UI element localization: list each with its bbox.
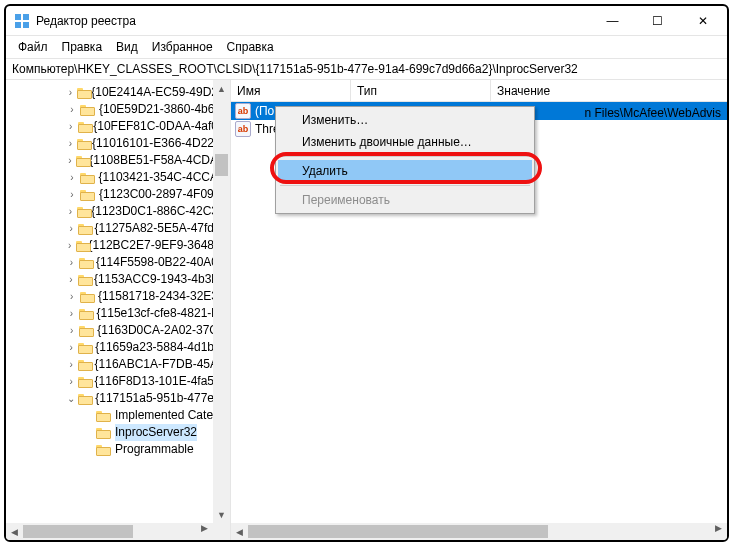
minimize-button[interactable]: — — [590, 6, 635, 35]
scroll-right-icon[interactable]: ▶ — [196, 523, 213, 533]
tree-node[interactable]: ›{11659a23-5884-4d1b-… — [10, 339, 230, 356]
chevron-right-icon[interactable]: › — [66, 220, 76, 237]
tree-node[interactable]: ›{116ABC1A-F7DB-45A… — [10, 356, 230, 373]
tree-node[interactable]: InprocServer32 — [10, 424, 230, 441]
tree-node[interactable]: ›{1163D0CA-2A02-37C… — [10, 322, 230, 339]
folder-icon — [78, 341, 92, 355]
tree-label: Programmable — [115, 441, 194, 458]
tree-node[interactable]: Programmable — [10, 441, 230, 458]
tree-node[interactable]: ›{10FEF81C-0DAA-4af0… — [10, 118, 230, 135]
string-value-icon: ab — [235, 121, 251, 137]
tree-scrollbar-horizontal[interactable]: ◀ ▶ — [6, 523, 213, 540]
menu-file[interactable]: Файл — [12, 38, 54, 56]
chevron-right-icon[interactable]: › — [66, 101, 78, 118]
chevron-right-icon[interactable]: › — [66, 84, 75, 101]
tree-label: InprocServer32 — [115, 424, 197, 441]
tree-node[interactable]: ›{115e13cf-cfe8-4821-b… — [10, 305, 230, 322]
folder-icon — [96, 443, 112, 457]
maximize-button[interactable]: ☐ — [635, 6, 680, 35]
tree-node[interactable]: ›{11581718-2434-32E3… — [10, 288, 230, 305]
folder-icon — [78, 358, 91, 372]
scroll-thumb[interactable] — [215, 154, 228, 176]
tree-label: {10FEF81C-0DAA-4af0… — [93, 118, 230, 135]
menu-help[interactable]: Справка — [221, 38, 280, 56]
tree-node[interactable]: ›{1153ACC9-1943-4b3b… — [10, 271, 230, 288]
chevron-right-icon[interactable]: › — [66, 186, 78, 203]
chevron-right-icon[interactable]: › — [66, 237, 74, 254]
chevron-right-icon[interactable]: › — [66, 152, 74, 169]
tree-node[interactable]: ›{114F5598-0B22-40A0… — [10, 254, 230, 271]
close-button[interactable]: ✕ — [680, 6, 725, 35]
ctx-edit-binary[interactable]: Изменить двоичные данные… — [278, 131, 532, 153]
tree-node[interactable]: ⌄{117151a5-951b-477e-… — [10, 390, 230, 407]
scroll-left-icon[interactable]: ◀ — [6, 523, 23, 540]
folder-icon — [96, 426, 112, 440]
chevron-right-icon[interactable]: › — [66, 339, 76, 356]
tree-scrollbar-vertical[interactable]: ▲ ▼ — [213, 80, 230, 540]
tree-label: {1123C00-2897-4F09-… — [99, 186, 230, 203]
tree-label: {116F8D13-101E-4fa5-… — [95, 373, 230, 390]
scroll-left-icon[interactable]: ◀ — [231, 523, 248, 540]
tree-label: {1153ACC9-1943-4b3b… — [94, 271, 230, 288]
list-header: Имя Тип Значение — [231, 80, 727, 102]
folder-icon — [78, 222, 91, 236]
scroll-thumb-h[interactable] — [23, 525, 133, 538]
tree-label: {115e13cf-cfe8-4821-b… — [97, 305, 230, 322]
chevron-right-icon[interactable]: › — [66, 135, 75, 152]
folder-icon — [77, 137, 89, 151]
chevron-right-icon[interactable]: › — [66, 271, 76, 288]
tree-label: {1103421-354C-4CCA… — [99, 169, 230, 186]
string-value-icon: ab — [235, 103, 251, 119]
chevron-right-icon[interactable]: › — [66, 203, 75, 220]
tree-panel: ›{10E2414A-EC59-49D2…›{10E59D21-3860-4b6… — [6, 80, 231, 540]
list-scrollbar-horizontal[interactable]: ◀ ▶ — [231, 523, 727, 540]
ctx-rename: Переименовать — [278, 189, 532, 211]
folder-icon — [79, 307, 94, 321]
tree-label: Implemented Cate… — [115, 407, 225, 424]
chevron-right-icon[interactable]: › — [66, 169, 78, 186]
menu-bar: Файл Правка Вид Избранное Справка — [6, 36, 727, 58]
tree-node[interactable]: ›{1108BE51-F58A-4CDA… — [10, 152, 230, 169]
svg-rect-3 — [23, 22, 29, 28]
tree-label: {117151a5-951b-477e-… — [95, 390, 230, 407]
tree-node[interactable]: ›{1123C00-2897-4F09-… — [10, 186, 230, 203]
tree-node[interactable]: ›{112BC2E7-9EF9-3648-… — [10, 237, 230, 254]
ctx-edit[interactable]: Изменить… — [278, 109, 532, 131]
folder-icon — [78, 120, 91, 134]
tree-node[interactable]: ›{11275A82-5E5A-47fd-… — [10, 220, 230, 237]
ctx-separator — [280, 185, 530, 186]
folder-icon — [80, 103, 96, 117]
tree-node[interactable]: ›{116F8D13-101E-4fa5-… — [10, 373, 230, 390]
scroll-up-icon[interactable]: ▲ — [213, 80, 230, 97]
folder-icon — [79, 256, 93, 270]
tree-label: {116ABC1A-F7DB-45A… — [95, 356, 230, 373]
scroll-thumb-h[interactable] — [248, 525, 548, 538]
chevron-right-icon[interactable]: › — [66, 118, 76, 135]
chevron-right-icon[interactable]: › — [66, 322, 77, 339]
chevron-right-icon[interactable]: › — [66, 356, 76, 373]
chevron-right-icon[interactable]: › — [66, 373, 76, 390]
tree-node[interactable]: ›{1103421-354C-4CCA… — [10, 169, 230, 186]
menu-view[interactable]: Вид — [110, 38, 144, 56]
column-value[interactable]: Значение — [491, 80, 727, 101]
scroll-down-icon[interactable]: ▼ — [213, 506, 230, 523]
menu-edit[interactable]: Правка — [56, 38, 109, 56]
column-name[interactable]: Имя — [231, 80, 351, 101]
tree-node[interactable]: Implemented Cate… — [10, 407, 230, 424]
address-bar[interactable]: Компьютер\HKEY_CLASSES_ROOT\CLSID\{11715… — [6, 58, 727, 80]
chevron-right-icon[interactable]: › — [66, 254, 77, 271]
menu-favorites[interactable]: Избранное — [146, 38, 219, 56]
scroll-right-icon[interactable]: ▶ — [710, 523, 727, 533]
tree-node[interactable]: ›{10E2414A-EC59-49D2… — [10, 84, 230, 101]
svg-rect-1 — [23, 14, 29, 20]
value-data-trail: n Files\McAfee\WebAdvis — [585, 106, 722, 120]
chevron-right-icon[interactable]: › — [66, 288, 78, 305]
tree-node[interactable]: ›{1123D0C1-886C-42C3… — [10, 203, 230, 220]
chevron-down-icon[interactable]: ⌄ — [66, 390, 76, 407]
window-title: Редактор реестра — [36, 14, 590, 28]
ctx-delete[interactable]: Удалить — [278, 160, 532, 182]
tree-node[interactable]: ›{10E59D21-3860-4b6… — [10, 101, 230, 118]
tree-node[interactable]: ›{11016101-E366-4D22-… — [10, 135, 230, 152]
column-type[interactable]: Тип — [351, 80, 491, 101]
chevron-right-icon[interactable]: › — [66, 305, 77, 322]
